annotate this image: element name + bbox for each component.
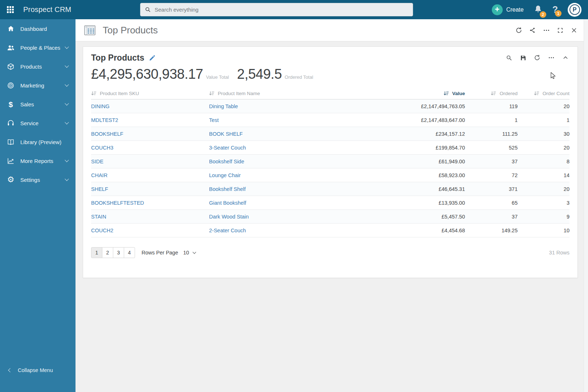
- column-header[interactable]: Order Count: [518, 87, 569, 99]
- page-button[interactable]: 4: [124, 247, 135, 258]
- avatar[interactable]: P: [568, 3, 581, 17]
- product-name-link[interactable]: BOOK SHELF: [209, 131, 243, 137]
- cube-icon: [7, 62, 15, 71]
- value-total: £4,295,630,938.17: [91, 66, 203, 82]
- report-card: Top Products £4,295,630,938.17 Value Tot…: [83, 46, 578, 278]
- refresh-report-icon[interactable]: [533, 54, 541, 62]
- sku-link[interactable]: BOOKSHELF: [91, 131, 123, 137]
- cell-sku: COUCH3: [91, 141, 209, 155]
- table-row: BOOKSHELF BOOK SHELF £234,157.12 111.25 …: [91, 127, 569, 141]
- rows-per-page-select[interactable]: 10: [183, 250, 196, 256]
- product-name-link[interactable]: 3-Seater Couch: [209, 145, 246, 151]
- sort-icon: [91, 91, 97, 96]
- product-name-link[interactable]: Dining Table: [209, 103, 238, 109]
- page-button[interactable]: 2: [102, 247, 113, 258]
- column-header[interactable]: Ordered: [465, 87, 518, 99]
- global-search[interactable]: [140, 3, 413, 16]
- sidebar-item[interactable]: Service: [0, 114, 75, 132]
- chevron-down-icon: [65, 82, 69, 86]
- cell-ordered: 525: [465, 141, 518, 155]
- cell-ordered: 371: [465, 182, 518, 196]
- avatar-letter: P: [569, 4, 580, 15]
- sidebar-item[interactable]: ⚙ Settings: [0, 170, 75, 189]
- cell-sku: COUCH2: [91, 224, 209, 237]
- cell-order-count: 20: [518, 99, 569, 113]
- rows-per-page-label: Rows Per Page: [142, 250, 178, 256]
- more-report-options-icon[interactable]: [547, 54, 555, 62]
- chevron-down-icon: [65, 177, 69, 181]
- app-grid-icon[interactable]: [6, 5, 15, 14]
- sku-link[interactable]: CHAIR: [91, 172, 107, 178]
- scrollbar[interactable]: [584, 19, 588, 392]
- sku-link[interactable]: SHELF: [91, 186, 108, 192]
- dollar-icon: $: [7, 100, 15, 109]
- search-report-icon[interactable]: [505, 54, 513, 62]
- sku-link[interactable]: COUCH2: [91, 228, 113, 233]
- sidebar-item[interactable]: $ Sales: [0, 95, 75, 114]
- sidebar-item[interactable]: Library (Preview): [0, 132, 75, 151]
- main-content: Top Products Top Products: [75, 19, 584, 392]
- sku-link[interactable]: BOOKSHELFTESTED: [91, 200, 144, 206]
- fullscreen-icon[interactable]: [556, 26, 564, 34]
- spreadsheet-icon: [84, 25, 95, 35]
- page-button[interactable]: 3: [113, 247, 124, 258]
- cell-ordered: 111.25: [465, 127, 518, 141]
- sidebar-item-label: Service: [20, 120, 38, 126]
- product-name-link[interactable]: Giant Bookshelf: [209, 200, 246, 206]
- close-icon[interactable]: [570, 26, 578, 34]
- create-label: Create: [506, 7, 524, 13]
- refresh-icon[interactable]: [515, 26, 523, 34]
- table-row: BOOKSHELFTESTED Giant Bookshelf £13,935.…: [91, 196, 569, 210]
- sku-link[interactable]: COUCH3: [91, 145, 113, 151]
- collapse-panel-icon[interactable]: [562, 54, 569, 62]
- page-header: Top Products: [75, 19, 584, 41]
- cell-sku: CHAIR: [91, 168, 209, 182]
- cell-order-count: 20: [518, 182, 569, 196]
- sku-link[interactable]: MDLTEST2: [91, 117, 118, 123]
- headset-icon: [7, 119, 15, 127]
- ordered-total-label: Ordered Total: [285, 74, 313, 80]
- product-name-link[interactable]: Bookshelf Shelf: [209, 186, 246, 192]
- collapse-menu-button[interactable]: Collapse Menu: [0, 364, 75, 377]
- cell-order-count: 8: [518, 155, 569, 168]
- help-button[interactable]: ? 1: [552, 5, 558, 14]
- cell-value: £2,147,483,647.00: [345, 113, 465, 127]
- column-header[interactable]: Product Item SKU: [91, 87, 209, 99]
- product-name-link[interactable]: Bookshelf Side: [209, 159, 244, 164]
- sidebar-item[interactable]: More Reports: [0, 151, 75, 170]
- sku-link[interactable]: DINING: [91, 103, 110, 109]
- help-badge: 1: [555, 10, 562, 17]
- table-row: SIDE Bookshelf Side £61,949.00 37 8: [91, 155, 569, 168]
- sidebar-item[interactable]: People & Places: [0, 38, 75, 57]
- share-icon[interactable]: [528, 26, 536, 34]
- cell-name: 2-Seater Couch: [209, 224, 345, 237]
- search-input[interactable]: [155, 7, 408, 13]
- page-button[interactable]: 1: [91, 247, 102, 258]
- sidebar-item[interactable]: Dashboard: [0, 19, 75, 38]
- page-title: Top Products: [103, 25, 158, 36]
- save-icon[interactable]: [519, 54, 527, 62]
- sku-link[interactable]: SIDE: [91, 159, 103, 164]
- notifications-button[interactable]: 2: [534, 4, 543, 15]
- create-button[interactable]: + Create: [492, 4, 524, 15]
- cell-sku: DINING: [91, 99, 209, 113]
- product-name-link[interactable]: 2-Seater Couch: [209, 228, 246, 233]
- sku-link[interactable]: STAIN: [91, 214, 106, 220]
- cell-name: BOOK SHELF: [209, 127, 345, 141]
- edit-title-button[interactable]: [149, 54, 156, 61]
- sidebar-item[interactable]: Products: [0, 57, 75, 76]
- column-header[interactable]: Value: [345, 87, 465, 99]
- notifications-badge: 2: [540, 11, 546, 18]
- chevron-down-icon: [65, 101, 69, 105]
- product-name-link[interactable]: Lounge Chair: [209, 172, 241, 178]
- report-title: Top Products: [91, 53, 144, 63]
- sidebar-item[interactable]: Marketing: [0, 76, 75, 95]
- product-name-link[interactable]: Test: [209, 117, 219, 123]
- cell-name: Lounge Chair: [209, 168, 345, 182]
- cell-name: Bookshelf Shelf: [209, 182, 345, 196]
- table-row: COUCH2 2-Seater Couch £4,454.68 149.25 1…: [91, 224, 569, 237]
- column-header[interactable]: Product Item Name: [209, 87, 345, 99]
- more-options-icon[interactable]: [542, 26, 550, 34]
- product-name-link[interactable]: Dark Wood Stain: [209, 214, 249, 220]
- cell-value: £61,949.00: [345, 155, 465, 168]
